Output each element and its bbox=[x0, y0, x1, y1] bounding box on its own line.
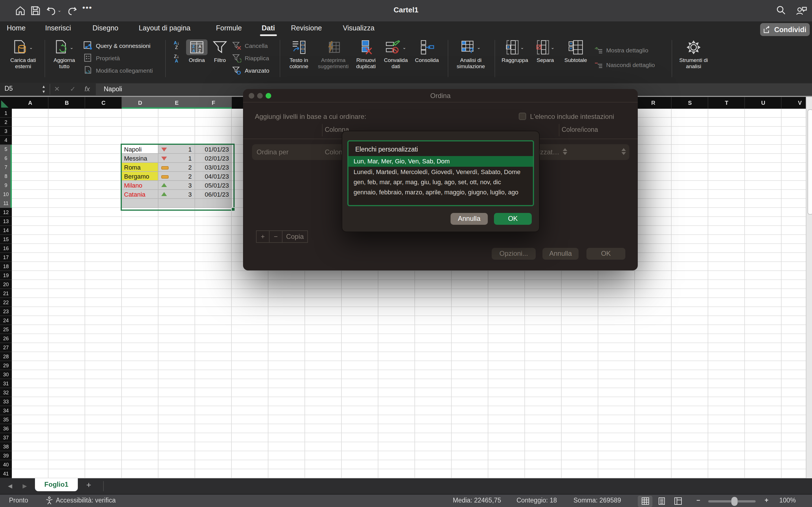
proprieta-button[interactable]: Proprietà bbox=[84, 52, 153, 64]
row-header-28[interactable]: 28 bbox=[0, 352, 12, 361]
column-header-R[interactable]: R bbox=[635, 97, 672, 109]
fill-handle[interactable] bbox=[231, 207, 235, 211]
column-header-S[interactable]: S bbox=[672, 97, 708, 109]
row-header-25[interactable]: 25 bbox=[0, 325, 12, 334]
row-header-22[interactable]: 22 bbox=[0, 298, 12, 307]
dialog-title-bar[interactable]: Ordina bbox=[243, 89, 638, 103]
vertical-scrollbar[interactable] bbox=[806, 97, 812, 478]
ordina-button[interactable]: ZAAZ Ordina bbox=[185, 39, 209, 63]
add-sheet-button[interactable]: + bbox=[86, 480, 91, 490]
order-dropdown-chevrons-icon[interactable] bbox=[563, 148, 567, 155]
row-header-20[interactable]: 20 bbox=[0, 280, 12, 289]
name-box[interactable]: D5 bbox=[4, 85, 13, 92]
tab-inserisci[interactable]: Inserisci bbox=[45, 24, 71, 32]
row-header-27[interactable]: 27 bbox=[0, 343, 12, 352]
accessibility-icon[interactable] bbox=[45, 496, 54, 505]
row-header-26[interactable]: 26 bbox=[0, 334, 12, 343]
custom-list-item[interactable]: Lunedì, Martedì, Mercoledì, Giovedì, Ven… bbox=[349, 167, 533, 177]
carica-dati-esterni-button[interactable]: ⌄ Carica dati esterni bbox=[6, 39, 41, 69]
column-header-E[interactable]: E bbox=[158, 97, 195, 109]
zoom-slider-thumb[interactable] bbox=[731, 497, 738, 506]
popup-cancel-button[interactable]: Annulla bbox=[451, 213, 488, 225]
row-header-39[interactable]: 39 bbox=[0, 451, 12, 460]
row-header-41[interactable]: 41 bbox=[0, 469, 12, 478]
copy-level-button[interactable]: Copia bbox=[283, 230, 308, 243]
tab-home[interactable]: Home bbox=[7, 24, 26, 32]
tab-disegno[interactable]: Disegno bbox=[93, 24, 118, 32]
row-header-8[interactable]: 8 bbox=[0, 172, 12, 181]
prev-sheet-arrow-icon[interactable]: ◀ bbox=[8, 483, 12, 489]
column-header-T[interactable]: T bbox=[708, 97, 745, 109]
tab-formule[interactable]: Formule bbox=[216, 24, 242, 32]
custom-list-item[interactable]: Lun, Mar, Mer, Gio, Ven, Sab, Dom bbox=[349, 156, 533, 167]
aggiorna-tutto-button[interactable]: ⌄ Aggiorna tutto bbox=[49, 39, 80, 69]
row-header-24[interactable]: 24 bbox=[0, 316, 12, 325]
riapplica-button[interactable]: Riapplica bbox=[232, 52, 269, 64]
convalida-dati-button[interactable]: ⌄ Convalida dati bbox=[381, 39, 410, 69]
column-header-C[interactable]: C bbox=[85, 97, 122, 109]
raggruppa-button[interactable]: ⌄ Raggruppa bbox=[500, 39, 530, 63]
dialog-ok-button[interactable]: OK bbox=[587, 248, 625, 260]
column-header-U[interactable]: U bbox=[745, 97, 781, 109]
mostra-dettaglio-button[interactable]: Mostra dettaglio bbox=[594, 43, 655, 57]
row-header-4[interactable]: 4 bbox=[0, 136, 12, 145]
tab-visualizza[interactable]: Visualizza bbox=[343, 24, 374, 32]
row-header-19[interactable]: 19 bbox=[0, 271, 12, 280]
accessibility-status[interactable]: Accessibilità: verifica bbox=[56, 497, 116, 504]
popup-ok-button[interactable]: OK bbox=[494, 213, 532, 225]
custom-list-item[interactable]: gennaio, febbraio, marzo, aprile, maggio… bbox=[349, 187, 533, 197]
includes-headers-checkbox[interactable] bbox=[519, 113, 526, 120]
row-header-21[interactable]: 21 bbox=[0, 289, 12, 298]
zoom-in-button[interactable]: + bbox=[765, 497, 768, 504]
row-header-11[interactable]: 11 bbox=[0, 199, 12, 208]
row-header-9[interactable]: 9 bbox=[0, 181, 12, 190]
column-header-D[interactable]: D bbox=[122, 97, 158, 109]
column-header-A[interactable]: A bbox=[12, 97, 49, 109]
rimuovi-duplicati-button[interactable]: Rimuovi duplicati bbox=[353, 39, 379, 69]
row-header-18[interactable]: 18 bbox=[0, 262, 12, 271]
tab-revisione[interactable]: Revisione bbox=[291, 24, 322, 32]
color-dropdown-chevrons-icon[interactable] bbox=[621, 148, 626, 155]
options-button[interactable]: Opzioni... bbox=[492, 248, 536, 260]
row-header-32[interactable]: 32 bbox=[0, 388, 12, 397]
row-header-30[interactable]: 30 bbox=[0, 370, 12, 379]
row-header-36[interactable]: 36 bbox=[0, 424, 12, 433]
column-header-F[interactable]: F bbox=[195, 97, 232, 109]
row-header-23[interactable]: 23 bbox=[0, 307, 12, 316]
share-people-icon[interactable] bbox=[795, 5, 806, 16]
column-header-B[interactable]: B bbox=[49, 97, 85, 109]
nascondi-dettaglio-button[interactable]: Nascondi dettaglio bbox=[594, 57, 655, 72]
cancel-entry-icon[interactable]: ✕ bbox=[54, 85, 60, 93]
row-header-35[interactable]: 35 bbox=[0, 415, 12, 424]
query-connessioni-button[interactable]: Query & connessioni bbox=[84, 40, 153, 52]
strumenti-analisi-button[interactable]: Strumenti di analisi bbox=[678, 39, 709, 69]
select-all-corner[interactable] bbox=[0, 97, 12, 109]
anteprima-suggerimenti-button[interactable]: Anteprima suggerimenti bbox=[316, 39, 351, 69]
sheet-tab-foglio1[interactable]: Foglio1 bbox=[35, 478, 78, 491]
zoom-out-button[interactable]: − bbox=[696, 497, 700, 504]
testo-in-colonne-button[interactable]: Testo in colonne bbox=[284, 39, 313, 69]
row-header-15[interactable]: 15 bbox=[0, 235, 12, 244]
tab-dati[interactable]: Dati bbox=[262, 24, 275, 32]
add-level-button[interactable]: + bbox=[256, 230, 269, 243]
share-button[interactable]: Condividi bbox=[760, 23, 810, 36]
page-layout-view-button[interactable] bbox=[654, 496, 669, 507]
row-header-3[interactable]: 3 bbox=[0, 127, 12, 136]
separa-button[interactable]: ⌄ Separa bbox=[534, 39, 557, 63]
row-header-29[interactable]: 29 bbox=[0, 361, 12, 370]
name-box-stepper[interactable]: ▲▼ bbox=[42, 84, 46, 94]
analisi-simulazione-button[interactable]: ?⌄ Analisi di simulazione bbox=[455, 39, 487, 69]
tab-layout[interactable]: Layout di pagina bbox=[139, 24, 191, 32]
row-header-31[interactable]: 31 bbox=[0, 379, 12, 388]
page-break-view-button[interactable] bbox=[670, 496, 685, 507]
dialog-cancel-button[interactable]: Annulla bbox=[543, 248, 578, 260]
row-header-13[interactable]: 13 bbox=[0, 217, 12, 226]
filtro-button[interactable]: Filtro bbox=[210, 39, 230, 63]
custom-lists-listbox[interactable]: Elenchi personalizzati Lun, Mar, Mer, Gi… bbox=[347, 140, 534, 206]
row-header-14[interactable]: 14 bbox=[0, 226, 12, 235]
row-header-5[interactable]: 5 bbox=[0, 145, 12, 154]
confirm-entry-icon[interactable]: ✓ bbox=[70, 85, 75, 93]
normal-view-button[interactable] bbox=[638, 496, 652, 507]
remove-level-button[interactable]: − bbox=[269, 230, 283, 243]
next-sheet-arrow-icon[interactable]: ▶ bbox=[22, 483, 27, 489]
